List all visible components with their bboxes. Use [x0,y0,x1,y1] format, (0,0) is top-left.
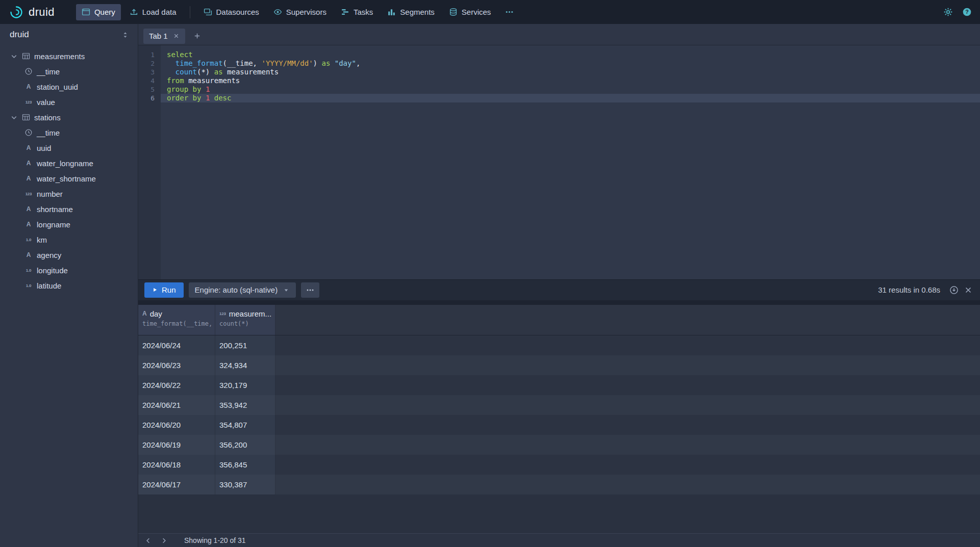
row-filler [275,435,980,455]
cell[interactable]: 356,845 [215,455,275,475]
tree-item-latitude[interactable]: 1.0latitude [0,278,138,293]
table-row: 2024/06/22320,179 [138,375,980,395]
tree-item-value[interactable]: 123value [0,94,138,110]
cell[interactable]: 320,179 [215,375,275,395]
cell[interactable]: 354,807 [215,415,275,435]
content-area: druid measurements__timeAstation_uuid123… [0,24,980,547]
cell[interactable]: 324,934 [215,355,275,375]
tree-item-stations[interactable]: stations [0,110,138,125]
tree-item-measurements[interactable]: measurements [0,48,138,64]
sql-editor[interactable]: 1select2 time_format(__time, 'YYYY/MM/dd… [138,45,980,279]
help-icon[interactable]: ? [962,7,972,17]
run-toolbar: Run Engine: auto (sql-native) 31 results… [138,279,980,300]
tree-item-longitude[interactable]: 1.0longitude [0,263,138,278]
nav-item-segments[interactable]: Segments [382,4,440,20]
settings-gear-icon[interactable] [943,7,953,17]
sidebar-header: druid [0,24,138,45]
tree-item-shortname[interactable]: Ashortname [0,201,138,217]
next-page-icon[interactable] [160,537,168,544]
play-icon [152,287,158,293]
cell[interactable]: 2024/06/22 [138,375,215,395]
druid-logo-icon [9,5,23,19]
tree-item-km[interactable]: 1.0km [0,232,138,247]
cell[interactable]: 2024/06/23 [138,355,215,375]
prev-page-icon[interactable] [144,537,152,544]
tree-item-longname[interactable]: Alongname [0,217,138,232]
close-results-icon[interactable] [964,285,973,295]
tree-item-time[interactable]: __time [0,64,138,79]
panel-resize-divider[interactable] [138,300,980,305]
string-type-icon: A [142,310,147,317]
number-type-icon: 123 [24,192,33,196]
services-icon [449,8,458,16]
add-tab-button[interactable] [193,32,201,40]
svg-text:?: ? [965,9,969,15]
tree-item-label: stations [34,113,61,122]
nav-item-services[interactable]: Services [443,4,497,20]
tree-item-time[interactable]: __time [0,125,138,140]
cell[interactable]: 356,200 [215,435,275,455]
column-expression-text: time_format(__time, … [142,320,215,327]
cell[interactable]: 200,251 [215,335,275,355]
line-number: 5 [138,85,161,94]
tree-item-number[interactable]: 123number [0,186,138,201]
column-header-measurem[interactable]: 123measurem...count(*) [215,305,275,335]
nav-item-tasks[interactable]: Tasks [335,4,379,20]
tree-item-water-shortname[interactable]: Awater_shortname [0,171,138,186]
cell[interactable]: 2024/06/19 [138,435,215,455]
tree-item-water-longname[interactable]: Awater_longname [0,155,138,171]
run-button[interactable]: Run [144,282,184,298]
tab-close-icon[interactable] [173,33,180,39]
header-filler [275,305,980,335]
cell[interactable]: 330,387 [215,475,275,494]
code-text: time_format(__time, 'YYYY/MM/dd') as "da… [161,59,980,68]
column-name: 123measurem... [219,309,275,318]
tab-tab-1[interactable]: Tab 1 [143,29,185,44]
cell[interactable]: 2024/06/21 [138,395,215,415]
cell[interactable]: 2024/06/20 [138,415,215,435]
engine-select[interactable]: Engine: auto (sql-native) [189,282,296,298]
table-row: 2024/06/18356,845 [138,455,980,475]
chevron-down-icon[interactable] [10,53,18,60]
table-row: 2024/06/20354,807 [138,415,980,435]
tree-item-station-uuid[interactable]: Astation_uuid [0,79,138,94]
string-glyph: A [27,160,31,167]
tree-item-label: longitude [37,266,68,275]
tab-label: Tab 1 [149,32,168,40]
cell[interactable]: 2024/06/24 [138,335,215,355]
download-results-icon[interactable] [949,285,959,295]
nav-item-supervisors[interactable]: Supervisors [268,4,332,20]
query-tab-strip: Tab 1 [138,24,980,45]
float-glyph: 1.0 [26,268,32,273]
tree-item-agency[interactable]: Aagency [0,247,138,263]
druid-logo[interactable]: druid [9,5,55,19]
cell[interactable]: 2024/06/18 [138,455,215,475]
column-header-day[interactable]: Adaytime_format(__time, … [138,305,215,335]
tree-item-uuid[interactable]: Auuid [0,140,138,155]
nav-item-load-data[interactable]: Load data [124,4,182,20]
nav-item-query[interactable]: Query [76,4,121,20]
tree-item-label: longname [37,220,70,229]
double-caret-vertical-icon[interactable] [121,31,129,39]
cell[interactable]: 2024/06/17 [138,475,215,494]
row-filler [275,415,980,435]
table-row: 2024/06/17330,387 [138,475,980,494]
line-number: 3 [138,68,161,76]
tree-item-label: __time [37,67,60,76]
results-panel: Adaytime_format(__time, …123measurem...c… [138,305,980,534]
nav-more-button[interactable] [499,4,519,20]
query-icon [82,8,90,16]
nav-item-datasources[interactable]: Datasources [198,4,265,20]
chevron-down-icon[interactable] [10,114,18,121]
code-text: select [161,50,980,59]
query-more-button[interactable] [301,282,319,298]
clock-icon [24,67,33,75]
tree-item-label: uuid [37,144,51,152]
nav-item-label: Query [94,8,115,16]
datasources-icon [204,8,212,16]
row-filler [275,395,980,415]
string-glyph: A [27,221,31,228]
tree-item-label: station_uuid [37,83,78,91]
cell[interactable]: 353,942 [215,395,275,415]
string-glyph: A [27,205,31,213]
